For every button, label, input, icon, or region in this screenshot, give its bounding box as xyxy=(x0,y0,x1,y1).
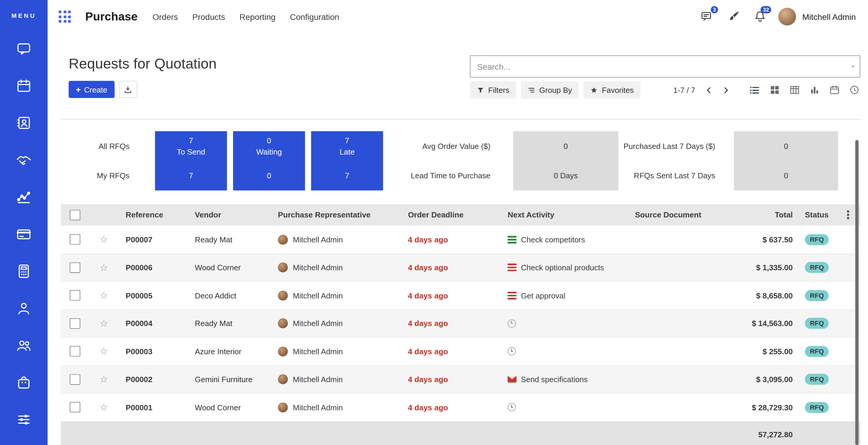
favorite-star-icon[interactable]: ☆ xyxy=(100,291,108,300)
favorite-star-icon[interactable]: ☆ xyxy=(100,235,108,245)
brush-icon[interactable] xyxy=(722,5,745,28)
table-row[interactable]: ☆ P00007 Ready Mat Mitchell Admin 4 days… xyxy=(61,225,860,253)
view-calendar-button[interactable] xyxy=(828,84,840,96)
col-reference[interactable]: Reference xyxy=(119,210,188,219)
row-checkbox[interactable] xyxy=(69,374,80,384)
reference-cell: P00007 xyxy=(119,235,188,244)
view-kanban-button[interactable] xyxy=(768,84,780,96)
menu-products[interactable]: Products xyxy=(185,12,232,21)
total-cell: $ 1,335.00 xyxy=(709,263,797,272)
user-name[interactable]: Mitchell Admin xyxy=(802,12,856,21)
select-all-checkbox[interactable] xyxy=(69,210,80,220)
app-title[interactable]: Purchase xyxy=(85,10,137,24)
handshake-icon[interactable] xyxy=(16,152,32,168)
col-order-deadline[interactable]: Order Deadline xyxy=(401,210,501,219)
col-source-document[interactable]: Source Document xyxy=(628,210,709,219)
users-icon[interactable] xyxy=(16,338,32,353)
all-rfqs-label[interactable]: All RFQs xyxy=(61,131,129,161)
next-activity-cell[interactable] xyxy=(501,319,628,327)
status-badge: RFQ xyxy=(805,318,829,329)
calculator-icon[interactable] xyxy=(16,263,32,279)
view-list-button[interactable] xyxy=(748,84,761,96)
bag-icon[interactable] xyxy=(16,375,32,390)
chart-icon[interactable] xyxy=(16,189,32,205)
tile-late[interactable]: 7Late 7 xyxy=(311,131,383,190)
representative-cell: Mitchell Admin xyxy=(271,262,401,273)
next-activity-cell[interactable] xyxy=(501,403,628,411)
favorite-star-icon[interactable]: ☆ xyxy=(100,263,108,272)
sliders-icon[interactable] xyxy=(16,412,32,427)
favorites-button[interactable]: Favorites xyxy=(584,81,640,98)
menu-reporting[interactable]: Reporting xyxy=(232,12,283,21)
table-row[interactable]: ☆ P00004 Ready Mat Mitchell Admin 4 days… xyxy=(61,309,860,337)
deadline-cell: 4 days ago xyxy=(401,347,501,356)
table-row[interactable]: ☆ P00003 Azure Interior Mitchell Admin 4… xyxy=(61,337,860,365)
notifications-bell-icon[interactable]: 32 xyxy=(748,5,772,28)
export-button[interactable] xyxy=(119,81,137,98)
status-cell: RFQ xyxy=(797,374,836,385)
vertical-scrollbar[interactable] xyxy=(855,140,859,445)
row-checkbox[interactable] xyxy=(69,234,80,245)
row-checkbox[interactable] xyxy=(69,402,80,412)
status-badge: RFQ xyxy=(805,234,829,245)
col-next-activity[interactable]: Next Activity xyxy=(501,210,628,219)
tile-avg-lead-values: 0 0 Days xyxy=(513,131,619,190)
next-activity-cell[interactable]: Get approval xyxy=(501,291,628,300)
next-activity-cell[interactable]: Check optional products xyxy=(501,263,628,272)
col-purchase-representative[interactable]: Purchase Representative xyxy=(271,210,401,219)
favorite-star-icon[interactable]: ☆ xyxy=(100,347,108,356)
total-cell: $ 255.00 xyxy=(709,347,797,356)
create-button[interactable]: +Create xyxy=(68,81,115,98)
table-row[interactable]: ☆ P00001 Wood Corner Mitchell Admin 4 da… xyxy=(61,393,860,421)
search-options-dot-icon[interactable] xyxy=(852,65,854,67)
view-switcher xyxy=(748,84,860,96)
tile-to-send[interactable]: 7To Send 7 xyxy=(155,131,227,190)
next-activity-cell[interactable] xyxy=(501,347,628,355)
group-by-button[interactable]: Group By xyxy=(521,81,579,98)
view-activity-button[interactable] xyxy=(848,84,860,96)
menu-configuration[interactable]: Configuration xyxy=(283,12,346,21)
total-cell: $ 28,729.30 xyxy=(709,403,797,412)
activities-badge: 32 xyxy=(761,6,771,13)
row-checkbox[interactable] xyxy=(69,318,80,329)
menu-orders[interactable]: Orders xyxy=(145,12,185,21)
table-header: Reference Vendor Purchase Representative… xyxy=(61,204,860,225)
messages-icon[interactable]: 3 xyxy=(695,5,718,28)
favorite-star-icon[interactable]: ☆ xyxy=(100,319,108,328)
contacts-icon[interactable] xyxy=(16,115,32,130)
favorite-star-icon[interactable]: ☆ xyxy=(100,403,108,412)
row-checkbox[interactable] xyxy=(69,290,80,300)
control-panel: Requests for Quotation +Create xyxy=(61,33,860,98)
discuss-icon[interactable] xyxy=(16,41,32,56)
view-pivot-button[interactable] xyxy=(788,84,800,96)
apps-grid-icon[interactable] xyxy=(59,10,71,23)
card-icon[interactable] xyxy=(16,226,32,242)
page-title: Requests for Quotation xyxy=(68,56,217,72)
row-checkbox[interactable] xyxy=(69,262,80,273)
filters-button[interactable]: Filters xyxy=(470,81,516,98)
rep-avatar xyxy=(278,347,288,357)
calendar-icon[interactable] xyxy=(16,78,32,93)
pager-next-button[interactable] xyxy=(717,82,734,98)
table-row[interactable]: ☆ P00005 Deco Addict Mitchell Admin 4 da… xyxy=(61,281,860,309)
user-avatar[interactable] xyxy=(778,8,796,26)
optional-columns-icon[interactable] xyxy=(845,208,851,221)
list-green-icon xyxy=(507,235,517,243)
table-row[interactable]: ☆ P00002 Gemini Furniture Mitchell Admin… xyxy=(61,365,860,393)
col-total[interactable]: Total xyxy=(709,210,797,219)
table-row[interactable]: ☆ P00006 Wood Corner Mitchell Admin 4 da… xyxy=(61,253,860,281)
next-activity-cell[interactable]: Send specifications xyxy=(501,375,628,384)
user-icon[interactable] xyxy=(16,300,32,316)
row-checkbox[interactable] xyxy=(69,346,80,357)
next-activity-cell[interactable]: Check competitors xyxy=(501,235,628,244)
favorite-star-icon[interactable]: ☆ xyxy=(100,375,108,384)
col-vendor[interactable]: Vendor xyxy=(188,210,271,219)
search-input[interactable] xyxy=(476,61,852,71)
col-status[interactable]: Status xyxy=(797,210,836,219)
my-rfqs-label[interactable]: My RFQs xyxy=(61,161,129,190)
envelope-red-icon xyxy=(507,376,517,383)
pager-prev-button[interactable] xyxy=(701,82,717,98)
view-graph-button[interactable] xyxy=(808,84,820,96)
tile-waiting[interactable]: 0Waiting 0 xyxy=(233,131,305,190)
status-cell: RFQ xyxy=(797,402,836,413)
